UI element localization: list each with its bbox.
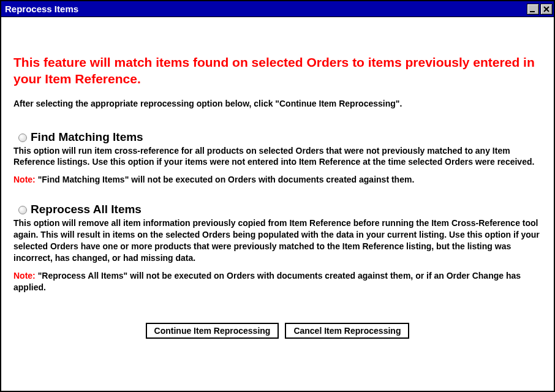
button-row: Continue Item Reprocessing Cancel Item R…: [13, 323, 542, 339]
note-label: Note:: [13, 175, 36, 184]
note-text: "Find Matching Items" will not be execut…: [36, 175, 415, 184]
note-text: "Reprocess All Items" will not be execut…: [13, 271, 521, 292]
option-title: Reprocess All Items: [31, 203, 142, 216]
option-find-matching: Find Matching Items This option will run…: [13, 130, 542, 186]
dialog-content: This feature will match items found on s…: [1, 17, 554, 391]
continue-button[interactable]: Continue Item Reprocessing: [146, 323, 279, 339]
option-description: This option will remove all item informa…: [13, 217, 542, 264]
radio-find-matching[interactable]: [18, 134, 27, 142]
headline-text: This feature will match items found on s…: [13, 54, 542, 88]
option-row: Find Matching Items: [13, 130, 542, 144]
window-controls: [527, 4, 553, 15]
option-description: This option will run item cross-referenc…: [13, 145, 542, 168]
dialog-window: Reprocess Items This feature will match …: [0, 0, 555, 392]
note-label: Note:: [13, 271, 36, 281]
close-icon: [543, 6, 550, 13]
window-title: Reprocess Items: [5, 4, 527, 14]
instruction-text: After selecting the appropriate reproces…: [13, 99, 542, 108]
minimize-button[interactable]: [527, 4, 539, 15]
option-reprocess-all: Reprocess All Items This option will rem…: [13, 203, 542, 293]
option-note: Note: "Find Matching Items" will not be …: [13, 174, 542, 186]
option-row: Reprocess All Items: [13, 203, 542, 216]
radio-reprocess-all[interactable]: [18, 206, 27, 214]
svg-rect-0: [530, 11, 535, 12]
close-button[interactable]: [540, 4, 553, 15]
minimize-icon: [529, 6, 537, 13]
option-note: Note: "Reprocess All Items" will not be …: [13, 270, 542, 293]
titlebar: Reprocess Items: [1, 1, 554, 17]
option-title: Find Matching Items: [31, 130, 143, 144]
cancel-button[interactable]: Cancel Item Reprocessing: [285, 323, 409, 339]
